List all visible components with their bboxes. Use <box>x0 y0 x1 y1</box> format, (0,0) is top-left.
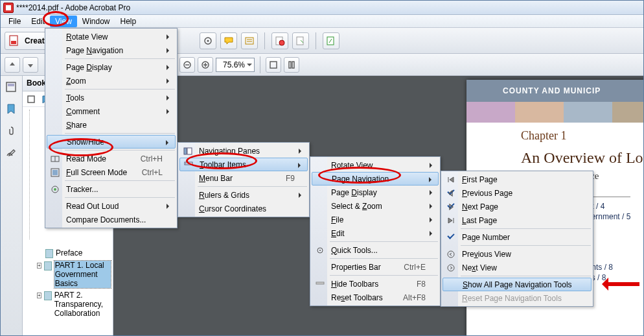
menu-item[interactable]: Compare Documents... <box>47 213 176 226</box>
tracker-icon <box>50 184 60 195</box>
svg-point-29 <box>319 250 321 251</box>
page-heading: An Overview of Loc <box>521 149 643 167</box>
menu-item[interactable]: Comment <box>47 104 176 118</box>
create-pdf-icon <box>8 34 21 47</box>
signatures-icon[interactable] <box>5 147 18 160</box>
menu-item[interactable]: Select & Zoom <box>312 199 439 213</box>
submenu-arrow-icon <box>299 149 304 154</box>
menu-window[interactable]: Window <box>77 16 115 27</box>
new-bookmark-icon[interactable] <box>27 95 36 104</box>
menu-item[interactable]: File <box>312 213 439 226</box>
toolbar-icon <box>183 160 194 171</box>
menu-item[interactable]: Show/Hide <box>47 135 176 149</box>
zoom-field[interactable]: 75.6% <box>216 58 255 72</box>
toolbar-items-menu: Rotate ViewPage NavigationPage DisplaySe… <box>310 156 441 306</box>
comment-icon[interactable] <box>220 32 237 49</box>
menu-item[interactable]: Tools <box>47 91 176 104</box>
bookmark-item[interactable]: Preface <box>36 247 112 259</box>
menu-item-label: Page Display <box>66 63 163 72</box>
svg-rect-13 <box>292 62 294 68</box>
menu-shortcut: Ctrl+L <box>129 168 163 177</box>
bookmark-item[interactable]: +PART 2. Transparency, Collaboration <box>36 289 112 319</box>
menu-item[interactable]: Zoom <box>47 74 176 88</box>
menu-item-label: Comment <box>66 107 163 116</box>
menu-item[interactable]: Reset ToolbarsAlt+F8 <box>312 291 439 304</box>
menu-item[interactable]: Hide ToolbarsF8 <box>312 277 439 291</box>
zoom-out-icon[interactable] <box>179 57 195 73</box>
menu-item[interactable]: Page Number <box>443 230 592 244</box>
menu-item-label: Last Page <box>462 216 579 225</box>
svg-rect-7 <box>297 37 303 45</box>
menu-file[interactable]: File <box>3 16 26 27</box>
menu-item-label: Rotate View <box>66 32 163 42</box>
bookmark-ribbon-icon[interactable] <box>5 103 18 116</box>
menu-item[interactable]: Page Display <box>312 186 439 199</box>
menu-item[interactable]: Properties BarCtrl+E <box>312 260 439 274</box>
menu-item[interactable]: Page Navigation <box>312 172 439 186</box>
menu-item[interactable]: Previous Page <box>443 186 592 200</box>
menu-item[interactable]: Next Page <box>443 200 592 213</box>
attachments-icon[interactable] <box>5 125 18 138</box>
svg-rect-20 <box>52 170 58 175</box>
window-titlebar: ****2014.pdf - Adobe Acrobat Pro <box>1 1 643 15</box>
menu-item[interactable]: Full Screen ModeCtrl+L <box>47 165 176 179</box>
tool-icon-1[interactable] <box>271 32 288 49</box>
tool-icon-3[interactable] <box>323 32 339 49</box>
highlight-icon[interactable] <box>241 32 258 49</box>
menu-item[interactable]: Read ModeCtrl+H <box>47 152 176 165</box>
menu-item[interactable]: Share <box>47 118 176 132</box>
menu-help[interactable]: Help <box>115 16 142 27</box>
menu-item-label: Tracker... <box>66 185 163 194</box>
submenu-arrow-icon <box>430 217 435 222</box>
nextview-icon <box>446 263 456 273</box>
submenu-arrow-icon <box>298 163 303 168</box>
menu-item[interactable]: Next View <box>443 261 592 274</box>
menu-item[interactable]: Navigation Panes <box>179 144 308 158</box>
bookmark-item[interactable]: +PART 1. Local Government Basics <box>36 259 112 289</box>
fit-width-icon[interactable] <box>284 57 299 73</box>
down-arrow-icon[interactable] <box>23 57 38 73</box>
up-arrow-icon[interactable] <box>5 57 20 73</box>
menu-shortcut: Ctrl+H <box>128 154 163 163</box>
menu-item-label: Next View <box>462 263 579 272</box>
menu-item[interactable]: Tracker... <box>47 182 176 196</box>
menu-item-label: Edit <box>331 229 426 238</box>
menu-item[interactable]: Read Out Loud <box>47 199 176 213</box>
submenu-arrow-icon <box>167 204 172 209</box>
menu-item[interactable]: Quick Tools... <box>312 243 439 257</box>
menu-item[interactable]: Menu BarF9 <box>179 171 308 185</box>
page-chapter: Chapter 1 <box>521 129 643 143</box>
menu-item[interactable]: Rulers & Grids <box>179 188 308 202</box>
gear-icon[interactable] <box>200 32 216 49</box>
menu-view[interactable]: View <box>50 16 77 27</box>
menu-item[interactable]: Rotate View <box>312 158 439 172</box>
svg-rect-23 <box>184 148 187 154</box>
menu-item[interactable]: Page Navigation <box>47 43 176 57</box>
fullscreen-icon <box>50 167 60 178</box>
menu-edit[interactable]: Edit <box>26 16 50 27</box>
menu-item-label: File <box>331 215 426 224</box>
menu-item[interactable]: Page Display <box>47 60 176 74</box>
zoom-in-icon[interactable] <box>198 57 213 73</box>
menu-item-label: Read Out Loud <box>66 202 163 211</box>
menu-item[interactable]: Toolbar Items <box>179 158 308 171</box>
menu-item-label: Select & Zoom <box>331 202 426 211</box>
fit-page-icon[interactable] <box>266 57 281 73</box>
menu-item[interactable]: Edit <box>312 226 439 240</box>
menu-item[interactable]: Last Page <box>443 213 592 227</box>
panes-icon <box>183 146 193 156</box>
menu-item[interactable]: Previous View <box>443 247 592 261</box>
menu-item[interactable]: Show All Page Navigation Tools <box>443 278 592 291</box>
menu-item[interactable]: First Page <box>443 173 592 186</box>
menu-item-label: Page Navigation <box>66 46 163 55</box>
submenu-arrow-icon <box>430 204 435 209</box>
tool-icon-2[interactable] <box>292 32 309 49</box>
page-thumbnails-icon[interactable] <box>5 81 18 94</box>
submenu-arrow-icon <box>429 177 434 182</box>
submenu-arrow-icon <box>430 231 435 236</box>
menu-item[interactable]: Cursor Coordinates <box>179 202 308 215</box>
read-icon <box>50 154 60 164</box>
menu-shortcut: F9 <box>273 174 295 183</box>
menu-item-label: Reset Toolbars <box>331 293 390 302</box>
menu-item[interactable]: Rotate View <box>47 30 176 43</box>
